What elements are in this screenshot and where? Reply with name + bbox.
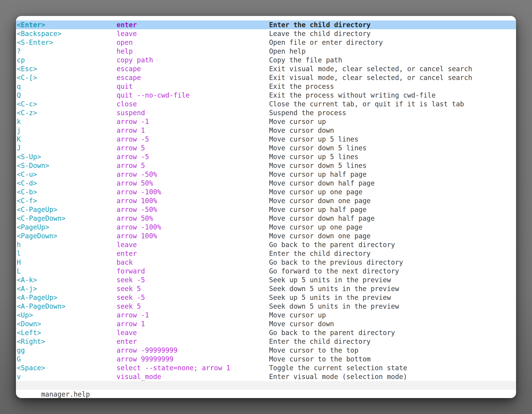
key-cell: <C-z> [17,108,116,117]
keybinding-row[interactable]: <C-z> suspend Suspend the process [16,108,516,117]
keybinding-row[interactable]: <Esc> escape Exit visual mode, clear sel… [16,64,516,73]
description-cell: Seek up 5 units in the preview [269,293,516,302]
help-keybinding-list[interactable]: <Enter> enter Enter the child directory … [16,16,516,381]
keybinding-row[interactable]: <PageUp> arrow -100% Move cursor up one … [16,223,516,231]
command-cell: arrow -100% [116,188,269,196]
key-cell: <S-Enter> [17,38,116,47]
command-cell: arrow 99999999 [116,355,269,364]
keybinding-row[interactable]: <S-Up> arrow -5 Move cursor up 5 lines [16,152,516,161]
command-cell: arrow 5 [116,161,269,170]
keybinding-row[interactable]: ? help Open help [16,47,516,56]
description-cell: Exit visual mode, clear selected, or can… [269,73,516,82]
description-cell: Move cursor up one page [269,188,516,196]
key-cell: H [17,258,116,267]
keybinding-row[interactable]: G arrow 99999999 Move cursor to the bott… [16,355,516,364]
keybinding-row[interactable]: <A-PageUp> seek -5 Seek up 5 units in th… [16,293,516,302]
command-cell: seek 5 [116,302,269,311]
description-cell: Go forward to the next directory [269,267,516,276]
command-cell: arrow 50% [116,179,269,188]
key-cell: l [17,249,116,258]
description-cell: Exit the process without writing cwd-fil… [269,91,516,100]
keybinding-row[interactable]: <Up> arrow -1 Move cursor up [16,311,516,319]
key-cell: <Up> [17,311,116,319]
keybinding-row[interactable]: <A-j> seek 5 Seek down 5 units in the pr… [16,284,516,293]
key-cell: J [17,144,116,152]
command-cell: visual_mode [116,372,269,381]
key-cell: <S-Up> [17,152,116,161]
command-cell: quit --no-cwd-file [116,91,269,100]
keybinding-row[interactable]: q quit Exit the process [16,82,516,91]
key-cell: <PageDown> [17,231,116,240]
key-cell: <C-f> [17,196,116,205]
key-cell: <C-[> [17,73,116,82]
key-cell: <C-c> [17,100,116,108]
description-cell: Enter visual mode (selection mode) [269,372,516,381]
description-cell: Go back to the previous directory [269,258,516,267]
key-cell: <Right> [17,337,116,346]
command-cell: copy path [116,56,269,64]
keybinding-row[interactable]: <C-[> escape Exit visual mode, clear sel… [16,73,516,82]
description-cell: Leave the child directory [269,29,516,38]
keybinding-row[interactable]: K arrow -5 Move cursor up 5 lines [16,135,516,144]
keybinding-row[interactable]: <PageDown> arrow 100% Move cursor down o… [16,231,516,240]
keybinding-row[interactable]: <C-b> arrow -100% Move cursor up one pag… [16,188,516,196]
key-cell: <C-u> [17,170,116,179]
description-cell: Enter the child directory [269,249,516,258]
keybinding-row[interactable]: v visual_mode Enter visual mode (selecti… [16,372,516,381]
command-cell: forward [116,267,269,276]
description-cell: Move cursor to the bottom [269,355,516,364]
keybinding-row[interactable]: <S-Enter> open Open file or enter direct… [16,38,516,47]
keybinding-row[interactable]: Q quit --no-cwd-file Exit the process wi… [16,91,516,100]
keybinding-row[interactable]: <C-PageDown> arrow 50% Move cursor down … [16,214,516,223]
keybinding-row[interactable]: <S-Down> arrow 5 Move cursor down 5 line… [16,161,516,170]
command-cell: arrow 50% [116,214,269,223]
description-cell: Go back to the parent directory [269,240,516,249]
keybinding-row[interactable]: <C-PageUp> arrow -50% Move cursor up hal… [16,205,516,214]
key-cell: k [17,117,116,126]
command-cell: arrow -100% [116,223,269,231]
keybinding-row[interactable]: H back Go back to the previous directory [16,258,516,267]
keybinding-row[interactable]: J arrow 5 Move cursor down 5 lines [16,144,516,152]
keybinding-row[interactable]: <Right> enter Enter the child directory [16,337,516,346]
keybinding-row[interactable]: cp copy path Copy the file path [16,56,516,64]
key-cell: <A-k> [17,276,116,284]
keybinding-row[interactable]: <Backspace> leave Leave the child direct… [16,29,516,38]
command-cell: arrow -99999999 [116,346,269,355]
keybinding-row[interactable]: l enter Enter the child directory [16,249,516,258]
command-cell: arrow 100% [116,196,269,205]
command-cell: leave [116,328,269,337]
keybinding-row[interactable]: <C-d> arrow 50% Move cursor down half pa… [16,179,516,188]
keybinding-row[interactable]: L forward Go forward to the next directo… [16,267,516,276]
key-cell: <C-b> [17,188,116,196]
key-cell: K [17,135,116,144]
keybinding-row[interactable]: h leave Go back to the parent directory [16,240,516,249]
keybinding-row[interactable]: <C-u> arrow -50% Move cursor up half pag… [16,170,516,179]
key-cell: L [17,267,116,276]
keybinding-row[interactable]: <A-k> seek -5 Seek up 5 units in the pre… [16,276,516,284]
command-cell: arrow -50% [116,170,269,179]
description-cell: Exit visual mode, clear selected, or can… [269,64,516,73]
command-cell: back [116,258,269,267]
key-cell: <C-PageUp> [17,205,116,214]
keybinding-row[interactable]: gg arrow -99999999 Move cursor to the to… [16,346,516,355]
keybinding-row[interactable]: <C-c> close Close the current tab, or qu… [16,100,516,108]
keybinding-row[interactable]: <Enter> enter Enter the child directory [16,20,516,29]
command-cell: arrow -1 [116,117,269,126]
keybinding-row[interactable]: k arrow -1 Move cursor up [16,117,516,126]
command-cell: arrow -50% [116,205,269,214]
keybinding-row[interactable]: <Left> leave Go back to the parent direc… [16,328,516,337]
keybinding-row[interactable]: <Space> select --state=none; arrow 1 Tog… [16,364,516,372]
keybinding-row[interactable]: j arrow 1 Move cursor down [16,126,516,135]
command-cell: open [116,38,269,47]
keybinding-row[interactable]: <C-f> arrow 100% Move cursor down one pa… [16,196,516,205]
key-cell: <Esc> [17,64,116,73]
terminal-window: <Enter> enter Enter the child directory … [16,16,516,398]
command-cell: escape [116,64,269,73]
key-cell: <C-d> [17,179,116,188]
keybinding-row[interactable]: <Down> arrow 1 Move cursor down [16,319,516,328]
command-cell: arrow 100% [116,231,269,240]
key-cell: <Backspace> [17,29,116,38]
description-cell: Enter the child directory [269,337,516,346]
key-cell: <S-Down> [17,161,116,170]
keybinding-row[interactable]: <A-PageDown> seek 5 Seek down 5 units in… [16,302,516,311]
